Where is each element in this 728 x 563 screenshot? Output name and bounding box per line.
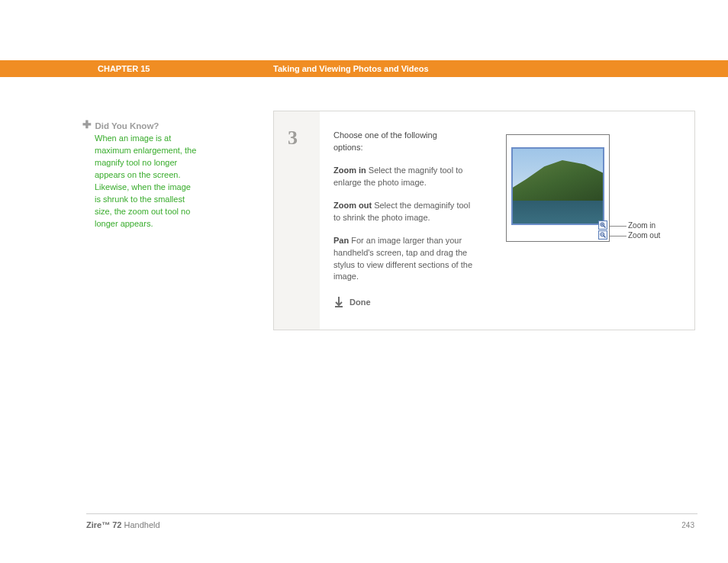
annotation-line xyxy=(610,226,627,227)
annotation-line xyxy=(610,236,627,236)
did-you-know-heading: Did You Know? xyxy=(95,121,159,130)
zoom-out-icon[interactable] xyxy=(598,230,607,240)
option-zoom-out: Zoom out Select the demaginify tool to s… xyxy=(333,200,478,224)
chapter-title: Taking and Viewing Photos and Videos xyxy=(273,64,429,73)
photo-thumbnail xyxy=(511,147,604,225)
annotation-zoom-in: Zoom in xyxy=(628,221,656,230)
option-label: Zoom in xyxy=(333,166,366,175)
done-label: Done xyxy=(350,298,371,307)
option-label: Zoom out xyxy=(333,201,372,210)
chapter-number: CHAPTER 15 xyxy=(98,64,150,73)
did-you-know-sidebar: ✚ Did You Know? When an image is at maxi… xyxy=(82,118,197,230)
done-arrow-icon xyxy=(333,297,344,307)
chapter-header: CHAPTER 15 Taking and Viewing Photos and… xyxy=(0,60,728,77)
zoom-in-icon[interactable] xyxy=(598,220,607,230)
step-intro: Choose one of the following options: xyxy=(333,130,463,154)
annotation-zoom-out: Zoom out xyxy=(628,231,660,240)
photo-preview-wrap: Zoom in Zoom out xyxy=(506,134,610,242)
photo-water xyxy=(513,201,603,224)
photo-preview-frame xyxy=(506,134,610,242)
svg-line-7 xyxy=(604,236,606,238)
step-number-column: 3 xyxy=(274,111,320,330)
footer-product-rest: Handheld xyxy=(121,520,159,529)
did-you-know-text: When an image is at maximum enlargement,… xyxy=(95,133,197,230)
option-zoom-in: Zoom in Select the magnify tool to enlar… xyxy=(333,165,478,189)
footer-product: Zire™ 72 Handheld xyxy=(86,520,160,529)
step-content: Choose one of the following options: Zoo… xyxy=(320,111,694,330)
step-number: 3 xyxy=(288,127,320,150)
svg-line-3 xyxy=(604,226,606,228)
step-panel: 3 Choose one of the following options: Z… xyxy=(273,111,695,330)
plus-icon: ✚ xyxy=(82,118,92,130)
done-row: Done xyxy=(333,297,681,307)
page-number: 243 xyxy=(681,521,694,529)
option-text: For an image larger than your handheld's… xyxy=(333,236,472,282)
footer-product-bold: Zire™ 72 xyxy=(86,520,121,529)
option-label: Pan xyxy=(333,236,349,245)
footer-divider xyxy=(86,513,697,514)
zoom-tool-stack xyxy=(598,220,607,240)
option-pan: Pan For an image larger than your handhe… xyxy=(333,235,478,284)
